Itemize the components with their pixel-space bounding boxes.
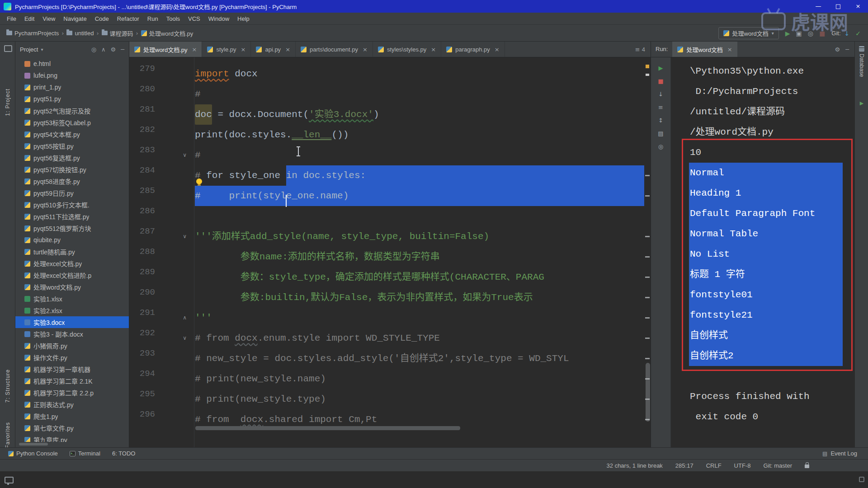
editor-scroll-stripe[interactable] [644, 57, 651, 447]
collapse-all-icon[interactable]: ∧ [101, 46, 106, 53]
project-hscrollbar[interactable] [19, 443, 48, 446]
project-toolwindow-button[interactable]: 1: Project [0, 89, 15, 116]
editor-tab[interactable]: paragraph.py× [441, 42, 505, 57]
tree-item[interactable]: 实验1.xlsx [15, 293, 129, 305]
tree-item[interactable]: pyqt53标签QLabel.p [15, 117, 129, 128]
python-console-button[interactable]: Python Console [8, 450, 58, 457]
editor-code[interactable]: import docx#doc = docx.Document('实验3.doc… [195, 57, 644, 447]
menu-item-edit[interactable]: Edit [20, 13, 38, 25]
close-tab-icon[interactable]: × [192, 46, 197, 53]
breadcrumb-item[interactable]: 课程源码 [102, 29, 133, 38]
tree-item[interactable]: pyqt511下拉选框.py [15, 211, 129, 222]
tree-item[interactable]: 第七章文件.py [15, 422, 129, 434]
tree-item[interactable]: e.html [15, 58, 129, 70]
editor-tab[interactable]: parts\document.py× [296, 42, 373, 57]
tree-item[interactable]: 实验3 - 副本.docx [15, 328, 129, 340]
fold-icon[interactable]: ∨ [183, 328, 187, 348]
locate-icon[interactable]: ◎ [91, 46, 96, 53]
tree-item[interactable]: pyqt56复选框.py [15, 152, 129, 164]
menu-item-help[interactable]: Help [233, 13, 254, 25]
breadcrumb-item[interactable]: PycharmProjects [6, 30, 59, 37]
tree-item[interactable]: pyqt59日历.py [15, 187, 129, 199]
restore-layout-icon[interactable]: ↓ [655, 88, 667, 100]
structure-toolwindow-button[interactable]: 7: Structure [0, 369, 15, 403]
project-tree[interactable]: e.htmllufei.pngprint_1.pypyqt51.pypyqt52… [15, 58, 129, 442]
tree-item[interactable]: turtle随机画.py [15, 246, 129, 258]
close-button[interactable]: × [848, 0, 868, 13]
editor-tab[interactable]: style.py× [202, 42, 251, 57]
run-toolwindow-icon[interactable]: ▶ [855, 100, 868, 106]
stop-icon[interactable]: ■ [819, 30, 825, 37]
editor-vscrollbar[interactable] [646, 363, 650, 422]
terminal-button[interactable]: >_Terminal [70, 450, 100, 457]
tree-item[interactable]: qiubite.py [15, 234, 129, 246]
manage-icon[interactable]: ≡ [655, 101, 667, 113]
run-tab[interactable]: 处理word文档 × [672, 42, 737, 57]
stop-icon[interactable]: ■ [655, 75, 667, 87]
vcs-update-icon[interactable]: ↓ [844, 30, 850, 37]
tree-item[interactable]: 正则表达式.py [15, 399, 129, 410]
project-title[interactable]: Project [20, 46, 38, 53]
tree-item[interactable]: 实验3.docx [15, 316, 129, 328]
coverage-icon[interactable]: ▣ [796, 30, 802, 37]
menu-item-code[interactable]: Code [91, 13, 113, 25]
vcs-commit-icon[interactable]: ✓ [855, 30, 861, 37]
toolwindow-toggle-icon[interactable] [5, 477, 14, 483]
maximize-button[interactable]: □ [828, 0, 848, 13]
hide-panel-icon[interactable]: ─ [845, 46, 849, 53]
tree-item[interactable]: 处理excel文档进阶.p [15, 269, 129, 281]
tree-item[interactable]: pyqt51.py [15, 93, 129, 105]
tree-item[interactable]: 小猪佩奇.py [15, 340, 129, 352]
tree-item[interactable]: print_1.py [15, 81, 129, 93]
console-body[interactable]: \Python35\python.exe D:/PycharmProjects/… [671, 57, 854, 447]
breadcrumb-item[interactable]: untitled [66, 30, 94, 37]
tree-item[interactable]: 第九章库.py [15, 434, 129, 442]
close-tab-icon[interactable]: × [363, 46, 368, 53]
tree-item[interactable]: 处理word文档.py [15, 281, 129, 293]
status-item[interactable]: CRLF [706, 462, 722, 469]
tree-item[interactable]: lufei.png [15, 70, 129, 81]
profiler-icon[interactable]: ◎ [808, 30, 813, 37]
menu-item-vcs[interactable]: VCS [184, 13, 204, 25]
menu-item-tools[interactable]: Tools [162, 13, 184, 25]
editor-tab[interactable]: api.py× [251, 42, 296, 57]
tree-item[interactable]: 机器学习第二章 2.1K [15, 375, 129, 387]
event-log-button[interactable]: ▤ Event Log [822, 450, 868, 457]
menu-item-window[interactable]: Window [204, 13, 233, 25]
settings-gear-icon[interactable]: ⚙ [111, 46, 116, 53]
tree-item[interactable]: 机器学习第二章 2.2.p [15, 387, 129, 399]
tree-item[interactable]: pyqt55按钮.py [15, 140, 129, 152]
soft-wrap-icon[interactable]: ▤ [655, 127, 667, 140]
run-icon[interactable]: ▶ [785, 30, 790, 37]
menu-item-file[interactable]: File [3, 13, 20, 25]
editor-hscrollbar[interactable] [195, 426, 460, 430]
editor-gutter[interactable]: 279280281282283∨284285286287∨28828929029… [129, 57, 194, 447]
menu-item-view[interactable]: View [38, 13, 59, 25]
status-item[interactable]: UTF-8 [734, 462, 751, 469]
menu-item-refactor[interactable]: Refactor [113, 13, 143, 25]
tree-item[interactable]: pyqt54文本框.py [15, 128, 129, 140]
editor-tab[interactable]: 处理word文档.py× [129, 42, 202, 57]
tree-item[interactable]: pyqt52气泡提示及按 [15, 105, 129, 117]
todo-button[interactable]: 6: TODO [112, 450, 136, 457]
menu-item-navigate[interactable]: Navigate [59, 13, 90, 25]
close-tab-icon[interactable]: × [495, 46, 500, 53]
settings-gear-icon[interactable]: ⚙ [835, 46, 840, 53]
database-toolwindow-button[interactable]: Database [855, 46, 868, 77]
toolwindow-switcher-icon[interactable] [4, 45, 12, 52]
intention-bulb-icon[interactable] [196, 178, 202, 184]
menu-item-run[interactable]: Run [143, 13, 162, 25]
status-item[interactable]: 32 chars, 1 line break [607, 462, 663, 469]
close-tab-icon[interactable]: × [241, 46, 246, 53]
fold-icon[interactable]: ∨ [183, 226, 187, 247]
tree-item[interactable]: pyqt5512俄罗斯方块 [15, 222, 129, 234]
scroll-end-icon[interactable]: ↕ [655, 114, 667, 127]
minimize-button[interactable]: — [808, 0, 828, 13]
status-item[interactable]: 285:17 [675, 462, 693, 469]
tree-item[interactable]: 机器学习第一章机器 [15, 363, 129, 375]
chevron-down-icon[interactable]: ▾ [41, 47, 43, 52]
tree-item[interactable]: 实验2.xlsx [15, 305, 129, 316]
close-tab-icon[interactable]: × [727, 46, 732, 53]
fold-icon[interactable]: ∧ [183, 308, 187, 328]
tree-item[interactable]: pyqt58进度条.py [15, 175, 129, 187]
